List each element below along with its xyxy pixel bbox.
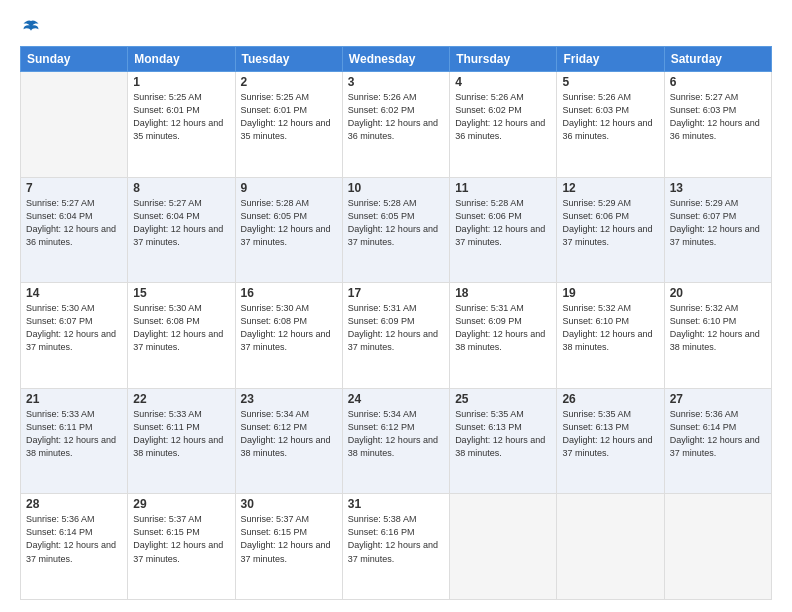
calendar-cell: 14 Sunrise: 5:30 AMSunset: 6:07 PMDaylig… bbox=[21, 283, 128, 389]
day-number: 6 bbox=[670, 75, 766, 89]
day-number: 26 bbox=[562, 392, 658, 406]
day-number: 19 bbox=[562, 286, 658, 300]
day-number: 10 bbox=[348, 181, 444, 195]
day-info: Sunrise: 5:27 AMSunset: 6:04 PMDaylight:… bbox=[26, 197, 122, 249]
calendar-cell bbox=[557, 494, 664, 600]
calendar-cell: 15 Sunrise: 5:30 AMSunset: 6:08 PMDaylig… bbox=[128, 283, 235, 389]
calendar-cell: 21 Sunrise: 5:33 AMSunset: 6:11 PMDaylig… bbox=[21, 388, 128, 494]
day-number: 14 bbox=[26, 286, 122, 300]
day-number: 4 bbox=[455, 75, 551, 89]
calendar-cell: 8 Sunrise: 5:27 AMSunset: 6:04 PMDayligh… bbox=[128, 177, 235, 283]
day-number: 30 bbox=[241, 497, 337, 511]
day-number: 8 bbox=[133, 181, 229, 195]
calendar-cell: 29 Sunrise: 5:37 AMSunset: 6:15 PMDaylig… bbox=[128, 494, 235, 600]
day-info: Sunrise: 5:35 AMSunset: 6:13 PMDaylight:… bbox=[455, 408, 551, 460]
day-number: 17 bbox=[348, 286, 444, 300]
calendar-cell: 2 Sunrise: 5:25 AMSunset: 6:01 PMDayligh… bbox=[235, 72, 342, 178]
day-number: 27 bbox=[670, 392, 766, 406]
day-info: Sunrise: 5:27 AMSunset: 6:04 PMDaylight:… bbox=[133, 197, 229, 249]
day-number: 28 bbox=[26, 497, 122, 511]
day-number: 18 bbox=[455, 286, 551, 300]
calendar-week-row: 21 Sunrise: 5:33 AMSunset: 6:11 PMDaylig… bbox=[21, 388, 772, 494]
day-info: Sunrise: 5:32 AMSunset: 6:10 PMDaylight:… bbox=[562, 302, 658, 354]
calendar-week-row: 28 Sunrise: 5:36 AMSunset: 6:14 PMDaylig… bbox=[21, 494, 772, 600]
day-info: Sunrise: 5:29 AMSunset: 6:07 PMDaylight:… bbox=[670, 197, 766, 249]
day-number: 21 bbox=[26, 392, 122, 406]
calendar-cell: 20 Sunrise: 5:32 AMSunset: 6:10 PMDaylig… bbox=[664, 283, 771, 389]
day-info: Sunrise: 5:30 AMSunset: 6:08 PMDaylight:… bbox=[133, 302, 229, 354]
calendar-header-wednesday: Wednesday bbox=[342, 47, 449, 72]
day-number: 29 bbox=[133, 497, 229, 511]
calendar-cell: 9 Sunrise: 5:28 AMSunset: 6:05 PMDayligh… bbox=[235, 177, 342, 283]
calendar-cell: 6 Sunrise: 5:27 AMSunset: 6:03 PMDayligh… bbox=[664, 72, 771, 178]
day-number: 24 bbox=[348, 392, 444, 406]
day-info: Sunrise: 5:27 AMSunset: 6:03 PMDaylight:… bbox=[670, 91, 766, 143]
day-info: Sunrise: 5:31 AMSunset: 6:09 PMDaylight:… bbox=[348, 302, 444, 354]
day-number: 7 bbox=[26, 181, 122, 195]
calendar-cell bbox=[664, 494, 771, 600]
day-info: Sunrise: 5:30 AMSunset: 6:08 PMDaylight:… bbox=[241, 302, 337, 354]
calendar-cell: 11 Sunrise: 5:28 AMSunset: 6:06 PMDaylig… bbox=[450, 177, 557, 283]
calendar-header-monday: Monday bbox=[128, 47, 235, 72]
page: SundayMondayTuesdayWednesdayThursdayFrid… bbox=[0, 0, 792, 612]
day-info: Sunrise: 5:33 AMSunset: 6:11 PMDaylight:… bbox=[133, 408, 229, 460]
calendar-cell: 28 Sunrise: 5:36 AMSunset: 6:14 PMDaylig… bbox=[21, 494, 128, 600]
day-number: 23 bbox=[241, 392, 337, 406]
day-info: Sunrise: 5:35 AMSunset: 6:13 PMDaylight:… bbox=[562, 408, 658, 460]
day-number: 2 bbox=[241, 75, 337, 89]
day-number: 12 bbox=[562, 181, 658, 195]
calendar-week-row: 1 Sunrise: 5:25 AMSunset: 6:01 PMDayligh… bbox=[21, 72, 772, 178]
day-number: 9 bbox=[241, 181, 337, 195]
logo-bird-icon bbox=[22, 18, 40, 36]
day-info: Sunrise: 5:28 AMSunset: 6:05 PMDaylight:… bbox=[348, 197, 444, 249]
calendar-cell bbox=[450, 494, 557, 600]
calendar-header-row: SundayMondayTuesdayWednesdayThursdayFrid… bbox=[21, 47, 772, 72]
calendar-cell: 5 Sunrise: 5:26 AMSunset: 6:03 PMDayligh… bbox=[557, 72, 664, 178]
calendar-cell: 3 Sunrise: 5:26 AMSunset: 6:02 PMDayligh… bbox=[342, 72, 449, 178]
day-info: Sunrise: 5:25 AMSunset: 6:01 PMDaylight:… bbox=[133, 91, 229, 143]
day-info: Sunrise: 5:37 AMSunset: 6:15 PMDaylight:… bbox=[241, 513, 337, 565]
day-info: Sunrise: 5:31 AMSunset: 6:09 PMDaylight:… bbox=[455, 302, 551, 354]
calendar-cell: 25 Sunrise: 5:35 AMSunset: 6:13 PMDaylig… bbox=[450, 388, 557, 494]
header bbox=[20, 18, 772, 36]
calendar-cell: 10 Sunrise: 5:28 AMSunset: 6:05 PMDaylig… bbox=[342, 177, 449, 283]
day-info: Sunrise: 5:30 AMSunset: 6:07 PMDaylight:… bbox=[26, 302, 122, 354]
day-info: Sunrise: 5:26 AMSunset: 6:02 PMDaylight:… bbox=[348, 91, 444, 143]
day-number: 11 bbox=[455, 181, 551, 195]
calendar-header-saturday: Saturday bbox=[664, 47, 771, 72]
calendar-cell: 18 Sunrise: 5:31 AMSunset: 6:09 PMDaylig… bbox=[450, 283, 557, 389]
day-number: 20 bbox=[670, 286, 766, 300]
calendar-cell bbox=[21, 72, 128, 178]
calendar-header-tuesday: Tuesday bbox=[235, 47, 342, 72]
day-number: 22 bbox=[133, 392, 229, 406]
calendar-cell: 19 Sunrise: 5:32 AMSunset: 6:10 PMDaylig… bbox=[557, 283, 664, 389]
day-number: 25 bbox=[455, 392, 551, 406]
day-number: 31 bbox=[348, 497, 444, 511]
calendar-cell: 30 Sunrise: 5:37 AMSunset: 6:15 PMDaylig… bbox=[235, 494, 342, 600]
day-info: Sunrise: 5:37 AMSunset: 6:15 PMDaylight:… bbox=[133, 513, 229, 565]
day-info: Sunrise: 5:33 AMSunset: 6:11 PMDaylight:… bbox=[26, 408, 122, 460]
day-info: Sunrise: 5:26 AMSunset: 6:03 PMDaylight:… bbox=[562, 91, 658, 143]
calendar-cell: 13 Sunrise: 5:29 AMSunset: 6:07 PMDaylig… bbox=[664, 177, 771, 283]
day-number: 3 bbox=[348, 75, 444, 89]
day-info: Sunrise: 5:36 AMSunset: 6:14 PMDaylight:… bbox=[670, 408, 766, 460]
calendar-cell: 7 Sunrise: 5:27 AMSunset: 6:04 PMDayligh… bbox=[21, 177, 128, 283]
calendar-cell: 17 Sunrise: 5:31 AMSunset: 6:09 PMDaylig… bbox=[342, 283, 449, 389]
day-number: 1 bbox=[133, 75, 229, 89]
calendar-cell: 1 Sunrise: 5:25 AMSunset: 6:01 PMDayligh… bbox=[128, 72, 235, 178]
day-info: Sunrise: 5:32 AMSunset: 6:10 PMDaylight:… bbox=[670, 302, 766, 354]
calendar-cell: 22 Sunrise: 5:33 AMSunset: 6:11 PMDaylig… bbox=[128, 388, 235, 494]
calendar-cell: 31 Sunrise: 5:38 AMSunset: 6:16 PMDaylig… bbox=[342, 494, 449, 600]
calendar-week-row: 7 Sunrise: 5:27 AMSunset: 6:04 PMDayligh… bbox=[21, 177, 772, 283]
day-info: Sunrise: 5:28 AMSunset: 6:06 PMDaylight:… bbox=[455, 197, 551, 249]
day-number: 13 bbox=[670, 181, 766, 195]
calendar-week-row: 14 Sunrise: 5:30 AMSunset: 6:07 PMDaylig… bbox=[21, 283, 772, 389]
day-info: Sunrise: 5:36 AMSunset: 6:14 PMDaylight:… bbox=[26, 513, 122, 565]
day-info: Sunrise: 5:34 AMSunset: 6:12 PMDaylight:… bbox=[241, 408, 337, 460]
day-info: Sunrise: 5:25 AMSunset: 6:01 PMDaylight:… bbox=[241, 91, 337, 143]
calendar-cell: 12 Sunrise: 5:29 AMSunset: 6:06 PMDaylig… bbox=[557, 177, 664, 283]
day-number: 16 bbox=[241, 286, 337, 300]
day-number: 15 bbox=[133, 286, 229, 300]
calendar-table: SundayMondayTuesdayWednesdayThursdayFrid… bbox=[20, 46, 772, 600]
calendar-cell: 23 Sunrise: 5:34 AMSunset: 6:12 PMDaylig… bbox=[235, 388, 342, 494]
